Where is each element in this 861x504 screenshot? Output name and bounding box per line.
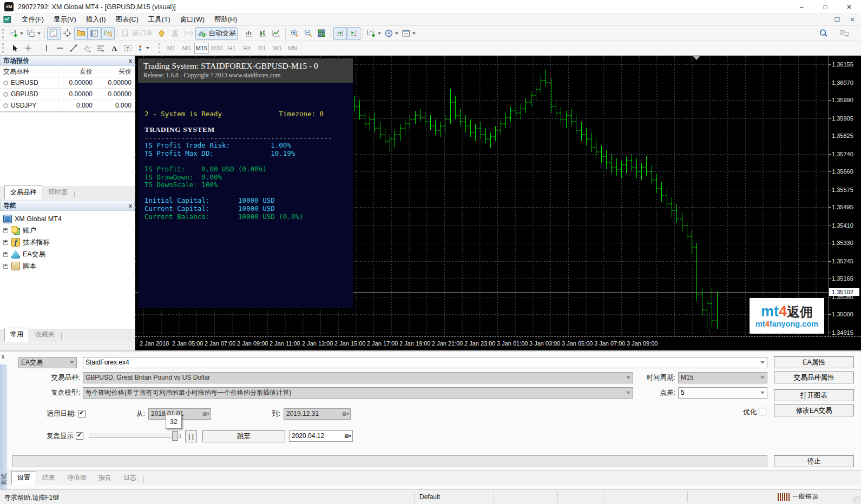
ea-file-combo[interactable]: StaidForex.ex4 bbox=[83, 357, 767, 368]
strategy-tester-toggle[interactable] bbox=[101, 27, 115, 40]
navigator-tree-item[interactable]: 技术指标 bbox=[2, 236, 135, 248]
period-selector-button[interactable] bbox=[383, 27, 400, 40]
terminal-toggle[interactable] bbox=[88, 27, 101, 40]
navigator-close-icon[interactable]: x bbox=[129, 202, 132, 209]
period-combo[interactable]: M15 bbox=[678, 372, 767, 383]
mdi-restore-icon[interactable]: ❐ bbox=[832, 16, 843, 24]
toolbar-drag-handle[interactable] bbox=[2, 29, 5, 38]
symbol-row[interactable]: EURUSD 0.00000 0.00000 bbox=[0, 77, 135, 89]
expand-plus-icon[interactable] bbox=[3, 264, 8, 269]
toolbar-drag-handle[interactable] bbox=[159, 43, 161, 53]
navigator-tree-item[interactable]: EA交易 bbox=[2, 248, 135, 260]
bar-chart-mode-button[interactable] bbox=[242, 27, 256, 40]
candlestick-mode-button[interactable] bbox=[256, 27, 270, 40]
chat-icon[interactable] bbox=[838, 27, 851, 40]
timeframe-button[interactable]: MN bbox=[285, 43, 300, 54]
modify-ea-button[interactable]: 修改EA交易 bbox=[774, 404, 854, 416]
mdi-minimize-icon[interactable]: _ bbox=[817, 16, 827, 24]
maximize-button[interactable]: □ bbox=[813, 0, 837, 14]
navigator-tab[interactable]: 常用 bbox=[4, 328, 29, 342]
symbol-row[interactable]: GBPUSD 0.00000 0.00000 bbox=[0, 89, 135, 100]
menu-item[interactable]: 图表(C) bbox=[110, 14, 143, 25]
symbol-combo[interactable]: GBPUSD, Great Britan Pound vs US Dollar bbox=[83, 372, 633, 383]
resize-grip[interactable] bbox=[853, 496, 860, 503]
trendline-tool-button[interactable] bbox=[67, 42, 80, 55]
date-picker-icon[interactable]: ▦▾ bbox=[337, 432, 351, 440]
market-watch-toggle[interactable] bbox=[47, 27, 61, 40]
new-order-button[interactable]: 新订单 bbox=[120, 27, 155, 40]
to-date-field[interactable]: 2019.12.31▦▾ bbox=[284, 408, 351, 420]
timeframe-button[interactable]: M5 bbox=[179, 43, 194, 54]
speed-slider-thumb[interactable] bbox=[172, 431, 178, 441]
menu-item[interactable]: 窗口(W) bbox=[175, 14, 209, 25]
model-combo[interactable]: 每个即时价格(基于所有可利用的最小时段的每一个价格的分形插值计算) bbox=[83, 387, 633, 399]
menu-item[interactable]: 文件(F) bbox=[17, 14, 49, 25]
menu-item[interactable]: 插入(I) bbox=[81, 14, 111, 25]
fibonacci-tool-button[interactable]: F bbox=[94, 42, 107, 55]
close-button[interactable]: ✕ bbox=[837, 0, 861, 14]
connection-status[interactable]: 一般错误 bbox=[778, 492, 818, 501]
horizontal-line-tool-button[interactable] bbox=[53, 42, 67, 55]
expand-plus-icon[interactable] bbox=[3, 228, 8, 233]
timeframe-button[interactable]: H4 bbox=[240, 43, 254, 54]
toolbar-drag-handle[interactable] bbox=[2, 43, 5, 53]
ea-type-combo[interactable]: EA交易 bbox=[18, 357, 77, 368]
spread-combo[interactable]: 5 bbox=[678, 387, 767, 399]
zoom-in-button[interactable] bbox=[288, 27, 301, 40]
community-button[interactable] bbox=[168, 27, 182, 40]
optimize-checkbox[interactable] bbox=[759, 408, 766, 415]
chart-window[interactable]: Trading System: STAIDFOREX-GBPUSD-M15 - … bbox=[135, 56, 861, 350]
navigator-tab[interactable]: 收藏夹 bbox=[29, 328, 61, 342]
text-label-tool-button[interactable]: T bbox=[121, 42, 134, 55]
channel-tool-button[interactable]: E bbox=[80, 42, 94, 55]
timeframe-button[interactable]: M30 bbox=[209, 43, 224, 54]
timeframe-button[interactable]: H1 bbox=[225, 43, 239, 54]
line-chart-mode-button[interactable] bbox=[270, 27, 283, 40]
news-broadcast-button[interactable] bbox=[182, 27, 195, 40]
speed-slider[interactable] bbox=[89, 434, 181, 438]
expand-plus-icon[interactable] bbox=[3, 240, 8, 245]
tester-close-icon[interactable]: x bbox=[2, 354, 4, 360]
timeframe-button[interactable]: D1 bbox=[255, 43, 270, 54]
tester-tab[interactable]: 设置 bbox=[11, 471, 36, 485]
date-picker-icon[interactable]: ▦▾ bbox=[335, 410, 349, 418]
market-watch-close-icon[interactable]: x bbox=[129, 57, 132, 64]
tester-tab[interactable]: 净值图 bbox=[61, 471, 93, 485]
price-axis[interactable]: 1.361551.360701.359901.359051.358251.357… bbox=[828, 56, 861, 336]
navigator-root-item[interactable]: XM Global MT4 bbox=[2, 213, 135, 224]
navigator-tree-item[interactable]: 脚本 bbox=[2, 260, 135, 272]
pause-button[interactable]: | | bbox=[185, 430, 197, 442]
navigator-toggle[interactable] bbox=[74, 27, 88, 40]
text-tool-button[interactable]: A bbox=[107, 42, 121, 55]
autotrading-button[interactable]: 自动交易 bbox=[195, 27, 238, 40]
data-window-button[interactable] bbox=[61, 27, 74, 40]
skip-to-button[interactable]: 跳至 bbox=[202, 430, 285, 442]
skip-date-field[interactable]: 2020.04.12▦▾ bbox=[289, 430, 353, 442]
column-ask[interactable]: 买价 bbox=[96, 66, 135, 77]
add-indicator-button[interactable] bbox=[365, 27, 383, 40]
timeframe-button[interactable]: M15 bbox=[194, 43, 209, 54]
visual-mode-checkbox[interactable] bbox=[76, 432, 83, 440]
menu-item[interactable]: 工具(T) bbox=[143, 14, 175, 25]
search-icon[interactable] bbox=[817, 27, 830, 40]
navigator-tree-item[interactable]: 账户 bbox=[2, 224, 135, 236]
vertical-line-tool-button[interactable] bbox=[40, 42, 53, 55]
time-axis[interactable]: 2 Jan 20182 Jan 05:002 Jan 07:002 Jan 09… bbox=[135, 336, 861, 350]
template-button[interactable] bbox=[400, 27, 417, 40]
stop-button[interactable]: 停止 bbox=[774, 455, 854, 467]
ea-properties-button[interactable]: EA属性 bbox=[774, 356, 854, 368]
tester-tab[interactable]: 结果 bbox=[36, 471, 61, 485]
chart-shift-toggle[interactable] bbox=[333, 27, 347, 40]
market-watch-tab[interactable]: 即时图 bbox=[42, 185, 74, 200]
zoom-out-button[interactable] bbox=[301, 27, 315, 40]
profiles-button[interactable] bbox=[25, 27, 42, 40]
minimize-button[interactable]: – bbox=[790, 0, 813, 14]
open-chart-button[interactable]: 打开图表 bbox=[774, 389, 854, 401]
date-picker-icon[interactable]: ▦▾ bbox=[195, 410, 209, 418]
auto-scroll-toggle[interactable] bbox=[347, 27, 360, 40]
tile-windows-button[interactable] bbox=[315, 27, 328, 40]
menu-item[interactable]: 帮助(H) bbox=[209, 14, 242, 25]
menu-item[interactable]: 显示(V) bbox=[49, 14, 81, 25]
column-symbol[interactable]: 交易品种 bbox=[0, 67, 58, 76]
column-bid[interactable]: 卖价 bbox=[58, 66, 96, 77]
